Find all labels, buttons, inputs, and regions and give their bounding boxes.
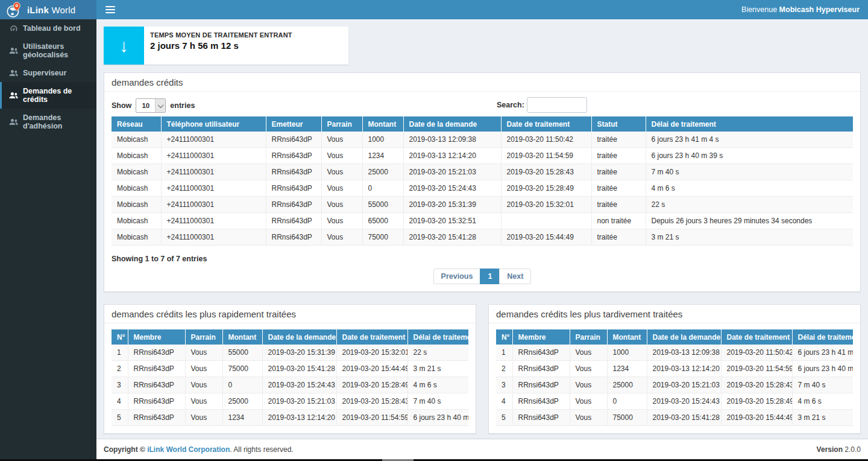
app-logo[interactable]: iLink World	[0, 0, 96, 19]
table-cell: 2019-03-20 15:24:43	[262, 377, 336, 393]
table-cell: Vous	[185, 377, 222, 393]
table-cell: 6 jours 23 h 41 m 4 s	[646, 132, 853, 148]
dashboard-icon	[9, 25, 18, 32]
table-cell: 2019-03-20 15:24:43	[403, 180, 501, 197]
column-header[interactable]: Parrain	[570, 329, 607, 345]
table-cell: RRnsi643dP	[266, 197, 321, 213]
table-cell: 7 m 40 s	[792, 377, 853, 393]
column-header[interactable]: Emetteur	[266, 116, 321, 132]
sidebar-item-demandes-adhesion[interactable]: Demandes d'adhésion	[0, 109, 96, 135]
column-header[interactable]: Délai de traitement	[646, 116, 853, 132]
column-header[interactable]: Date de la demande	[262, 329, 336, 345]
users-icon	[9, 47, 18, 54]
pagination-next-button[interactable]: Next	[499, 269, 531, 284]
panel-title: demandes crédits	[104, 73, 860, 92]
table-row: 3RRnsi643dPVous250002019-03-20 15:21:032…	[496, 377, 853, 393]
table-cell: 4	[496, 393, 512, 410]
table-cell: 2019-03-20 15:28:43	[501, 164, 591, 180]
sidebar-item-label: Demandes d'adhésion	[23, 113, 92, 130]
table-cell: 0	[607, 393, 647, 410]
table-cell: 3 m 21 s	[646, 229, 853, 246]
table-cell: +24111000301	[161, 180, 266, 197]
sidebar-item-superviseur[interactable]: Superviseur	[0, 64, 96, 82]
column-header[interactable]: Date de traitement	[336, 329, 407, 345]
column-header[interactable]: Date de la demande	[403, 116, 501, 132]
users-icon	[9, 118, 18, 126]
table-cell: 22 s	[646, 197, 853, 213]
chevron-down-icon	[155, 99, 165, 112]
table-cell: 1	[496, 345, 512, 361]
column-header[interactable]: N°	[112, 329, 128, 345]
table-cell: 2019-03-20 15:21:03	[262, 393, 336, 410]
table-cell: Mobicash	[112, 180, 161, 197]
column-header[interactable]: Parrain	[321, 116, 362, 132]
column-header[interactable]: Montant	[607, 329, 647, 345]
table-cell: 1234	[362, 148, 403, 164]
table-cell: Vous	[185, 410, 222, 426]
table-cell: 2019-03-20 11:50:42	[721, 345, 792, 361]
column-header[interactable]: Montant	[362, 116, 403, 132]
table-cell: non traitée	[591, 213, 646, 229]
column-header[interactable]: Date de traitement	[721, 329, 792, 345]
pagination-previous-button[interactable]: Previous	[433, 269, 481, 284]
table-cell: 55000	[362, 197, 403, 213]
content-area: ↓ TEMPS MOYEN DE TRAITEMENT ENTRANT 2 jo…	[96, 19, 868, 439]
table-cell: Vous	[321, 197, 362, 213]
page-length-select[interactable]: 10	[136, 98, 166, 113]
top-bar: iLink World Bienvenue Mobicash Hypervise…	[0, 0, 868, 19]
column-header[interactable]: Délai de traitement	[407, 329, 468, 345]
column-header[interactable]: Réseau	[112, 116, 161, 132]
table-cell: 1234	[222, 410, 262, 426]
column-header[interactable]: Délai de traitement	[792, 329, 853, 345]
table-cell: 2019-03-13 12:14:20	[262, 410, 336, 426]
table-cell: Depuis 26 jours 3 heures 29 minutes 34 s…	[646, 213, 853, 229]
table-cell: RRnsi643dP	[128, 361, 185, 377]
table-cell: 2019-03-20 15:31:39	[403, 197, 501, 213]
company-link[interactable]: iLink World Corporation	[147, 445, 230, 454]
column-header[interactable]: Date de la demande	[647, 329, 721, 345]
arrow-down-icon: ↓	[104, 27, 144, 65]
table-summary: Showing 1 to 7 of 7 entries	[112, 255, 853, 263]
infobox-value: 2 jours 7 h 56 m 12 s	[150, 40, 292, 51]
table-cell: 3	[496, 377, 512, 393]
table-cell: 2019-03-20 15:41:28	[262, 361, 336, 377]
column-header[interactable]: Montant	[222, 329, 262, 345]
column-header[interactable]: Téléphone utilisateur	[161, 116, 266, 132]
search-input[interactable]	[527, 97, 587, 113]
avg-processing-time-infobox: ↓ TEMPS MOYEN DE TRAITEMENT ENTRANT 2 jo…	[104, 27, 348, 65]
pagination-page-1-button[interactable]: 1	[480, 269, 500, 284]
column-header[interactable]: Membre	[128, 329, 185, 345]
sidebar-item-demandes-de-credits[interactable]: Demandes de crédits	[0, 82, 96, 109]
welcome-text: Bienvenue Mobicash Hyperviseur	[741, 5, 860, 14]
main-area: ↓ TEMPS MOYEN DE TRAITEMENT ENTRANT 2 jo…	[96, 19, 868, 461]
table-cell: RRnsi643dP	[266, 229, 321, 246]
table-cell: RRnsi643dP	[266, 132, 321, 148]
table-cell: +24111000301	[161, 197, 266, 213]
column-header[interactable]: N°	[496, 329, 512, 345]
table-row: Mobicash+24111000301RRnsi643dPVous650002…	[112, 213, 853, 229]
sidebar-item-tableau-de-bord[interactable]: Tableau de bord	[0, 19, 96, 37]
table-cell: RRnsi643dP	[512, 377, 570, 393]
table-cell: RRnsi643dP	[128, 345, 185, 361]
table-row: Mobicash+24111000301RRnsi643dPVous123420…	[112, 148, 853, 164]
sidebar: Tableau de bord Utilisateurs géolocalisé…	[0, 19, 96, 461]
globe-pin-logo-icon	[6, 2, 22, 18]
column-header[interactable]: Membre	[512, 329, 570, 345]
column-header[interactable]: Date de traitement	[501, 116, 591, 132]
panel-title: demandes crédits les plus rapidement tra…	[104, 305, 476, 323]
table-cell: 4 m 6 s	[792, 393, 853, 410]
menu-toggle-icon[interactable]	[105, 6, 115, 13]
column-header[interactable]: Parrain	[185, 329, 222, 345]
table-cell	[501, 213, 591, 229]
table-cell: 2019-03-20 15:24:43	[647, 393, 721, 410]
table-cell: +24111000301	[161, 148, 266, 164]
sidebar-item-utilisateurs-geolocalises[interactable]: Utilisateurs géolocalisés	[0, 37, 96, 64]
table-cell: traitée	[591, 180, 646, 197]
table-row: 4RRnsi643dPVous02019-03-20 15:24:432019-…	[496, 393, 853, 410]
table-cell: +24111000301	[161, 229, 266, 246]
table-cell: Mobicash	[112, 213, 161, 229]
table-row: 4RRnsi643dPVous250002019-03-20 15:21:032…	[112, 393, 468, 410]
column-header[interactable]: Statut	[591, 116, 646, 132]
slowest-panel-body: N°MembreParrainMontantDate de la demande…	[489, 323, 860, 433]
table-cell: Vous	[321, 132, 362, 148]
